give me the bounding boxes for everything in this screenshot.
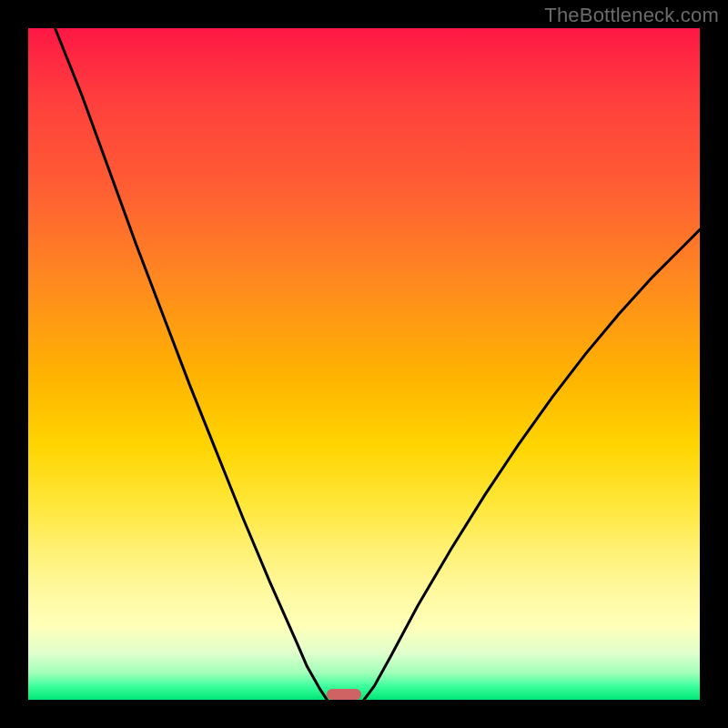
chart-container: TheBottleneck.com (0, 0, 728, 728)
right-curve (364, 229, 700, 700)
curve-layer (28, 28, 700, 700)
watermark-text: TheBottleneck.com (544, 4, 719, 27)
left-curve (56, 28, 328, 700)
